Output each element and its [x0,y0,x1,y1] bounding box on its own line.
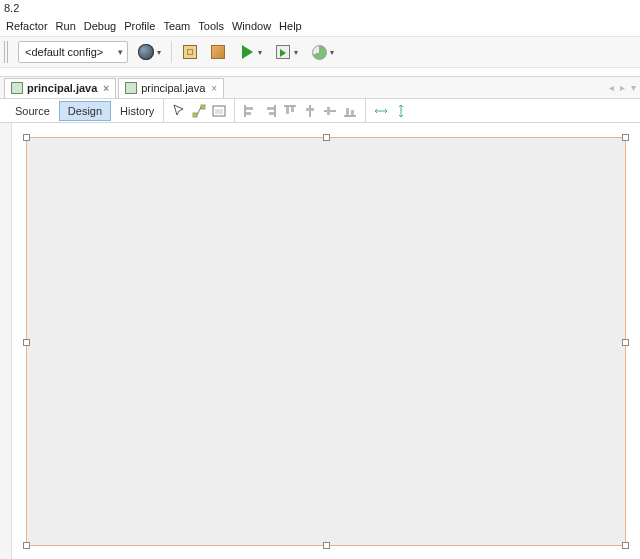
same-height-button[interactable] [392,102,410,120]
close-icon[interactable]: × [211,83,217,94]
svg-rect-10 [306,108,314,111]
file-tab-bar: principal.java × principal.java × ◂ ▸ ▾ [0,77,640,99]
form-canvas[interactable] [26,137,626,546]
menu-team[interactable]: Team [163,20,190,32]
align-bottom-button[interactable] [341,102,359,120]
svg-rect-13 [351,110,354,115]
svg-rect-6 [267,107,274,110]
center-horizontal-icon [303,104,317,118]
resize-handle[interactable] [622,542,629,549]
version-label: 8.2 [0,0,640,16]
align-tool-group [234,99,365,122]
toolbar-drag-handle[interactable] [4,41,10,63]
align-left-icon [243,104,257,118]
hammer-icon [183,45,197,59]
broom-icon [211,45,225,59]
play-icon [242,45,253,59]
globe-icon [138,44,154,60]
menu-tools[interactable]: Tools [198,20,224,32]
designer-toolbar: Source Design History [0,99,640,123]
align-left-button[interactable] [241,102,259,120]
align-top-icon [283,104,297,118]
selection-tool-group [163,99,234,122]
design-canvas-area[interactable] [12,123,640,559]
connector-icon [192,104,206,118]
left-gutter [0,123,12,559]
selection-mode-button[interactable] [170,102,188,120]
tab-navigation: ◂ ▸ ▾ [609,82,636,93]
tab-prev-icon[interactable]: ◂ [609,82,614,93]
profile-icon [312,45,327,60]
build-button[interactable] [179,41,201,63]
align-top-button[interactable] [281,102,299,120]
svg-rect-8 [286,107,289,114]
svg-rect-4 [246,107,253,110]
toolbar-separator [171,41,172,63]
editor-area: principal.java × principal.java × ◂ ▸ ▾ … [0,76,640,559]
chevron-down-icon: ▾ [118,47,123,57]
debug-icon [276,45,290,59]
menu-debug[interactable]: Debug [84,20,116,32]
java-file-icon [125,82,137,94]
file-tab-label: principal.java [141,82,205,94]
center-v-button[interactable] [321,102,339,120]
menu-run[interactable]: Run [56,20,76,32]
subtab-design[interactable]: Design [59,101,111,121]
subtab-source[interactable]: Source [6,101,59,121]
resize-tool-group [365,99,416,122]
clean-build-button[interactable] [207,41,229,63]
debug-button[interactable] [271,41,301,63]
tab-next-icon[interactable]: ▸ [620,82,625,93]
tab-list-icon[interactable]: ▾ [631,82,636,93]
browser-button[interactable] [134,41,164,63]
svg-rect-12 [346,108,349,115]
editor-body [0,123,640,559]
cursor-icon [172,104,186,118]
menu-help[interactable]: Help [279,20,302,32]
same-width-button[interactable] [372,102,390,120]
menu-refactor[interactable]: Refactor [6,20,48,32]
align-bottom-icon [343,104,357,118]
java-file-icon [11,82,23,94]
config-combo-value: <default config> [25,46,103,58]
profile-button[interactable] [307,41,337,63]
center-h-button[interactable] [301,102,319,120]
align-right-icon [263,104,277,118]
resize-handle[interactable] [23,134,30,141]
resize-v-icon [394,104,408,118]
menu-profile[interactable]: Profile [124,20,155,32]
svg-rect-3 [215,109,223,114]
subtab-history[interactable]: History [111,101,163,121]
svg-rect-7 [269,112,274,115]
menu-window[interactable]: Window [232,20,271,32]
svg-rect-5 [246,112,251,115]
resize-handle[interactable] [23,542,30,549]
preview-button[interactable] [210,102,228,120]
run-button[interactable] [235,41,265,63]
connection-mode-button[interactable] [190,102,208,120]
resize-handle[interactable] [622,339,629,346]
resize-handle[interactable] [23,339,30,346]
config-combo[interactable]: <default config> ▾ [18,41,128,63]
center-vertical-icon [323,104,337,118]
resize-handle[interactable] [323,134,330,141]
resize-h-icon [374,104,388,118]
align-right-button[interactable] [261,102,279,120]
svg-rect-11 [327,107,330,115]
eye-icon [212,104,226,118]
svg-rect-9 [291,107,294,112]
close-icon[interactable]: × [103,83,109,94]
resize-handle[interactable] [622,134,629,141]
file-tab[interactable]: principal.java × [4,78,116,98]
menu-bar: Refactor Run Debug Profile Team Tools Wi… [0,16,640,36]
svg-rect-0 [193,113,197,117]
main-toolbar: <default config> ▾ [0,36,640,68]
file-tab[interactable]: principal.java × [118,78,224,98]
resize-handle[interactable] [323,542,330,549]
file-tab-label: principal.java [27,82,97,94]
svg-rect-1 [201,105,205,109]
